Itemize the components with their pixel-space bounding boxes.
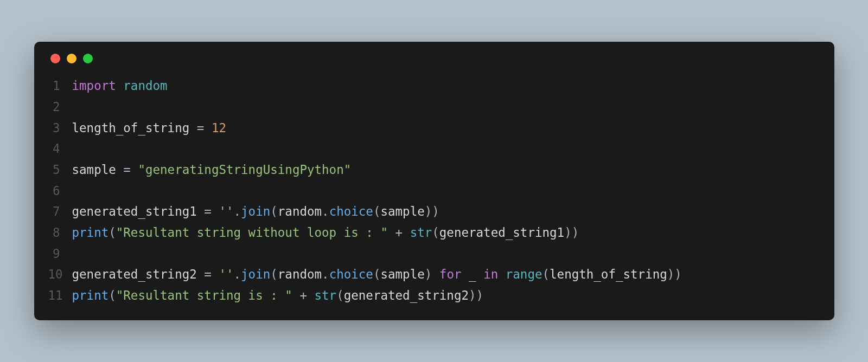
punctuation: . [322, 204, 329, 218]
zoom-icon[interactable] [83, 54, 93, 63]
code-content: length_of_string = 12 [72, 118, 820, 139]
string-literal: '' [219, 267, 233, 281]
code-content [72, 138, 820, 159]
line-number: 4 [48, 138, 72, 159]
line-number: 11 [48, 285, 72, 306]
code-line: 11 print("Resultant string is : " + str(… [48, 285, 820, 306]
punctuation: . [234, 267, 241, 281]
punctuation: )) [469, 288, 483, 302]
identifier: sample [380, 204, 424, 218]
operator: = [204, 204, 212, 218]
line-number: 1 [48, 75, 72, 96]
punctuation: ) [425, 267, 432, 281]
code-content: print("Resultant string without loop is … [72, 222, 820, 243]
code-content: import random [72, 75, 820, 96]
line-number: 9 [48, 243, 72, 264]
punctuation: . [234, 204, 241, 218]
operator: + [299, 288, 307, 302]
punctuation: ( [108, 288, 116, 302]
builtin-print: print [72, 225, 109, 240]
code-line: 4 [48, 138, 820, 159]
identifier: generated_string1 [439, 225, 564, 240]
code-line: 5 sample = "generatingStringUsingPython" [48, 159, 820, 180]
punctuation: )) [564, 225, 579, 240]
identifier: generated_string2 [72, 267, 197, 281]
line-number: 7 [48, 201, 72, 222]
identifier: generated_string1 [72, 204, 197, 218]
code-line: 7 generated_string1 = ''.join(random.cho… [48, 201, 820, 222]
code-content [72, 243, 820, 264]
window-traffic-lights [48, 54, 820, 63]
close-icon[interactable] [50, 54, 60, 63]
identifier: sample [72, 163, 116, 177]
builtin-print: print [72, 288, 109, 302]
punctuation: ( [270, 204, 278, 218]
keyword-in: in [483, 267, 498, 281]
identifier: random [278, 267, 322, 281]
identifier: random [278, 204, 322, 218]
punctuation: ( [270, 267, 278, 281]
code-content: sample = "generatingStringUsingPython" [72, 159, 820, 180]
string-literal: "Resultant string without loop is : " [116, 225, 388, 240]
operator: = [123, 163, 131, 177]
punctuation: . [322, 267, 329, 281]
code-editor[interactable]: 1 import random 2 3 length_of_string = 1… [48, 75, 820, 306]
function-call: choice [329, 267, 373, 281]
punctuation: ( [373, 267, 381, 281]
code-line: 3 length_of_string = 12 [48, 118, 820, 139]
code-line: 1 import random [48, 75, 820, 96]
line-number: 6 [48, 180, 72, 202]
code-content [72, 96, 820, 118]
keyword-import: import [72, 79, 116, 93]
keyword-for: for [439, 267, 462, 281]
punctuation: ( [108, 225, 116, 240]
line-number: 8 [48, 222, 72, 243]
punctuation: ( [336, 288, 344, 302]
function-call: choice [329, 204, 373, 218]
line-number: 2 [48, 96, 72, 118]
code-content: print("Resultant string is : " + str(gen… [72, 285, 820, 306]
function-call: join [241, 204, 270, 218]
code-line: 6 [48, 180, 820, 202]
builtin-str: str [315, 288, 337, 302]
string-literal: "Resultant string is : " [116, 288, 292, 302]
punctuation: ( [432, 225, 439, 240]
number-literal: 12 [212, 121, 226, 135]
identifier: generated_string2 [344, 288, 469, 302]
code-line: 8 print("Resultant string without loop i… [48, 222, 820, 243]
code-content [72, 180, 820, 202]
punctuation: ( [373, 204, 381, 218]
module-random: random [123, 79, 167, 93]
identifier: sample [380, 267, 424, 281]
minimize-icon[interactable] [67, 54, 76, 63]
operator: + [395, 225, 403, 240]
line-number: 3 [48, 118, 72, 139]
string-literal: "generatingStringUsingPython" [138, 163, 351, 177]
operator: = [197, 121, 205, 135]
punctuation: ( [542, 267, 550, 281]
operator: = [204, 267, 212, 281]
code-content: generated_string2 = ''.join(random.choic… [72, 264, 820, 285]
code-line: 10 generated_string2 = ''.join(random.ch… [48, 264, 820, 285]
punctuation: )) [425, 204, 439, 218]
function-call: join [241, 267, 270, 281]
identifier: _ [469, 267, 476, 281]
line-number: 5 [48, 159, 72, 180]
code-line: 9 [48, 243, 820, 264]
code-line: 2 [48, 96, 820, 118]
builtin-range: range [506, 267, 542, 281]
identifier: length_of_string [72, 121, 190, 135]
string-literal: '' [219, 204, 233, 218]
code-content: generated_string1 = ''.join(random.choic… [72, 201, 820, 222]
code-window: 1 import random 2 3 length_of_string = 1… [34, 42, 834, 320]
line-number: 10 [48, 264, 72, 285]
identifier: length_of_string [550, 267, 667, 281]
punctuation: )) [667, 267, 682, 281]
builtin-str: str [410, 225, 432, 240]
